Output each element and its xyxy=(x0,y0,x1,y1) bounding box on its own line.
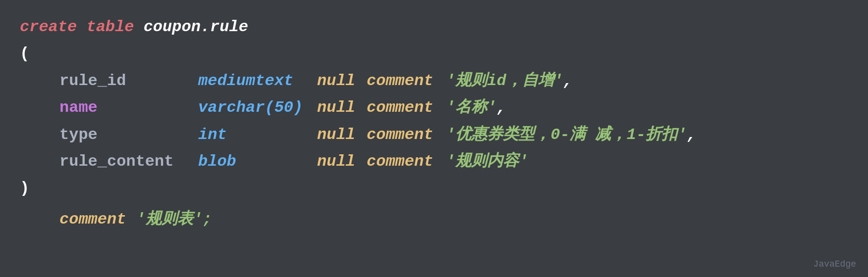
line-paren-open: ( xyxy=(20,41,848,67)
line-col-type: type int null comment '优惠券类型，0-满 减，1-折扣'… xyxy=(20,122,848,148)
col-null-rule-id: null xyxy=(317,68,357,94)
watermark-label: JavaEdge xyxy=(814,259,856,269)
col-comment-kw-rule-content: comment xyxy=(367,148,436,175)
footer-comment-kw: comment xyxy=(59,206,126,233)
col-null-name: null xyxy=(317,94,357,121)
col-null-type: null xyxy=(317,122,357,148)
line-footer-comment: comment '规则表'; xyxy=(20,206,848,233)
paren-open: ( xyxy=(20,41,29,67)
comma-rule-id: , xyxy=(563,68,573,94)
col-comment-kw-name: comment xyxy=(367,94,436,121)
col-name-rule-id: rule_id xyxy=(59,68,198,94)
col-comment-val-rule-id: '规则id，自增' xyxy=(446,68,563,94)
comma-type: , xyxy=(687,122,696,148)
col-name-type: type xyxy=(59,122,198,148)
table-name: coupon.rule xyxy=(134,14,248,41)
line-paren-close: ) xyxy=(20,175,848,202)
code-block: create table coupon.rule ( rule_id mediu… xyxy=(0,0,868,247)
keyword-create-table: create table xyxy=(20,14,134,41)
line-empty xyxy=(20,202,848,206)
col-type-type: int xyxy=(198,122,317,148)
col-comment-kw-type: comment xyxy=(367,122,436,148)
col-comment-val-rule-content: '规则内容' xyxy=(446,148,528,175)
line-col-rule-id: rule_id mediumtext null comment '规则id，自增… xyxy=(20,68,848,94)
col-type-rule-id: mediumtext xyxy=(198,68,317,94)
col-comment-kw-rule-id: comment xyxy=(367,68,436,94)
footer-comment-value: '规则表'; xyxy=(136,206,212,233)
col-comment-val-name: '名称' xyxy=(446,94,496,121)
col-type-name: varchar(50) xyxy=(198,94,317,121)
line-create-table: create table coupon.rule xyxy=(20,14,848,41)
col-null-rule-content: null xyxy=(317,148,357,175)
line-col-rule-content: rule_content blob null comment '规则内容' xyxy=(20,148,848,175)
paren-close: ) xyxy=(20,175,29,202)
line-col-name: name varchar(50) null comment '名称', xyxy=(20,94,848,121)
col-name-rule-content: rule_content xyxy=(59,148,198,175)
comma-name: , xyxy=(496,94,506,121)
col-type-rule-content: blob xyxy=(198,148,317,175)
col-name-name: name xyxy=(59,94,198,121)
col-comment-val-type: '优惠券类型，0-满 减，1-折扣' xyxy=(446,122,687,148)
